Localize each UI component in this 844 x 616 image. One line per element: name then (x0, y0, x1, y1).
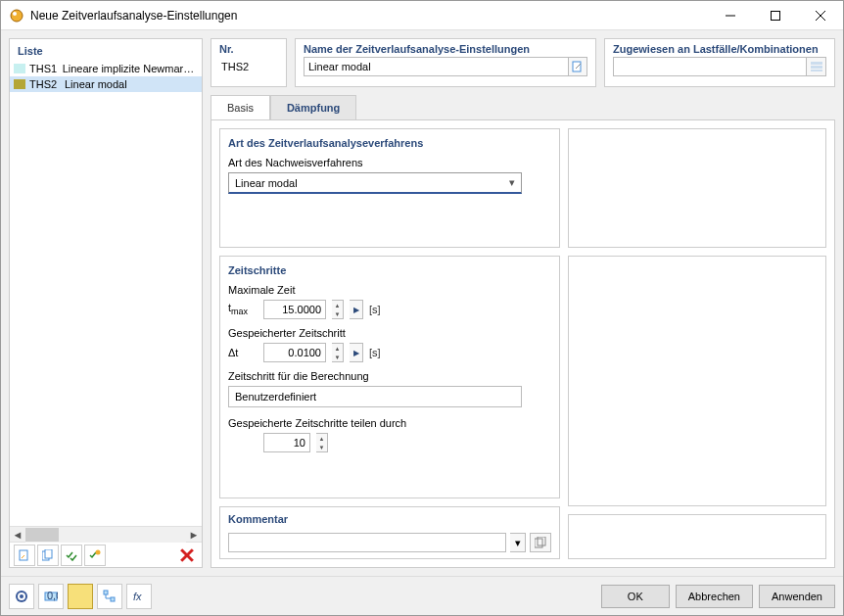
nr-value: THS2 (219, 59, 251, 74)
method-combo[interactable]: Linear modal ▾ (228, 172, 522, 194)
svg-rect-8 (45, 549, 52, 558)
scroll-right-icon[interactable]: ► (186, 527, 202, 543)
assign-input[interactable] (613, 57, 807, 76)
svg-rect-16 (535, 539, 542, 547)
tree-button[interactable] (97, 584, 122, 609)
comment-group-title: Kommentar (228, 513, 551, 525)
ok-button[interactable]: OK (601, 585, 670, 608)
tmax-label: Maximale Zeit (228, 284, 551, 296)
name-label: Name der Zeitverlaufsanalyse-Einstellung… (304, 43, 587, 55)
units-button[interactable]: 0,00 (38, 584, 64, 609)
svg-rect-24 (111, 597, 115, 601)
calc-step-label: Zeitschritt für die Berechnung (228, 370, 551, 382)
svg-rect-6 (20, 550, 27, 560)
new-button[interactable] (14, 545, 35, 566)
svg-point-1 (13, 12, 17, 16)
dt-input[interactable] (263, 343, 326, 362)
dt-symbol: Δt (228, 347, 258, 358)
edit-name-button[interactable] (569, 57, 587, 76)
svg-rect-15 (811, 70, 822, 71)
maximize-button[interactable] (753, 1, 798, 30)
tmax-unit: [s] (369, 304, 381, 315)
tmax-play-button[interactable]: ▶ (350, 300, 363, 319)
cancel-button[interactable]: Abbrechen (676, 585, 753, 608)
color-swatch (14, 64, 25, 73)
method-label: Art des Nachweisverfahrens (228, 157, 551, 168)
steps-group-title: Zeitschritte (228, 264, 551, 276)
nr-label: Nr. (219, 43, 278, 55)
assign-label: Zugewiesen an Lastfälle/Kombinationen (613, 43, 826, 55)
svg-rect-17 (538, 537, 545, 545)
svg-rect-13 (811, 62, 822, 65)
svg-rect-23 (104, 591, 108, 594)
tab-damping[interactable]: Dämpfung (270, 95, 356, 119)
calc-step-combo[interactable]: Benutzerdefiniert (228, 386, 522, 407)
blank-panel (568, 256, 826, 506)
tmax-input[interactable] (263, 300, 326, 319)
tmax-spinner[interactable]: ▲▼ (332, 300, 344, 319)
check-all-button[interactable] (61, 545, 82, 566)
scrollbar[interactable] (25, 527, 186, 543)
assign-browse-button[interactable] (807, 57, 826, 76)
svg-point-0 (11, 10, 23, 22)
svg-rect-14 (811, 66, 822, 69)
divide-spinner[interactable]: ▲▼ (316, 433, 328, 452)
svg-point-9 (96, 549, 101, 554)
help-button[interactable] (9, 584, 34, 609)
divide-input[interactable] (263, 433, 310, 452)
svg-text:0,00: 0,00 (47, 590, 58, 601)
divide-label: Gespeicherte Zeitschritte teilen durch (228, 417, 551, 429)
dt-label: Gespeicherter Zeitschritt (228, 327, 551, 339)
highlight-button[interactable] (68, 584, 93, 609)
tmax-symbol: tmax (228, 302, 258, 316)
list-panel: Liste THS1 Lineare implizite Newmark-A..… (9, 38, 203, 568)
comment-dropdown-button[interactable]: ▾ (510, 533, 526, 552)
uncheck-button[interactable] (84, 545, 106, 566)
method-group-title: Art des Zeitverlaufsanalyseverfahrens (228, 137, 551, 149)
svg-text:fx: fx (133, 591, 142, 602)
svg-point-20 (20, 594, 23, 598)
copy-button[interactable] (37, 545, 59, 566)
tab-basis[interactable]: Basis (211, 95, 270, 119)
color-swatch (14, 79, 25, 89)
svg-rect-3 (772, 11, 780, 20)
close-button[interactable] (798, 1, 843, 30)
list-heading: Liste (10, 39, 202, 61)
scroll-left-icon[interactable]: ◄ (10, 527, 25, 543)
svg-rect-12 (573, 62, 581, 71)
list-item[interactable]: THS1 Lineare implizite Newmark-A... (10, 61, 202, 76)
function-button[interactable]: fx (126, 584, 152, 609)
dt-play-button[interactable]: ▶ (350, 343, 363, 362)
chevron-down-icon: ▾ (509, 176, 515, 189)
blank-panel (568, 514, 826, 559)
list-item[interactable]: THS2 Linear modal (10, 76, 202, 92)
dt-spinner[interactable]: ▲▼ (332, 343, 344, 362)
apply-button[interactable]: Anwenden (759, 585, 835, 608)
name-input[interactable] (304, 57, 569, 76)
window-title: Neue Zeitverlaufsanalyse-Einstellungen (30, 9, 708, 23)
dt-unit: [s] (369, 347, 381, 358)
minimize-button[interactable] (708, 1, 753, 30)
app-icon (9, 8, 24, 24)
blank-panel (568, 128, 826, 248)
comment-input[interactable] (228, 533, 506, 552)
delete-button[interactable] (176, 545, 198, 566)
comment-browse-button[interactable] (530, 533, 551, 552)
